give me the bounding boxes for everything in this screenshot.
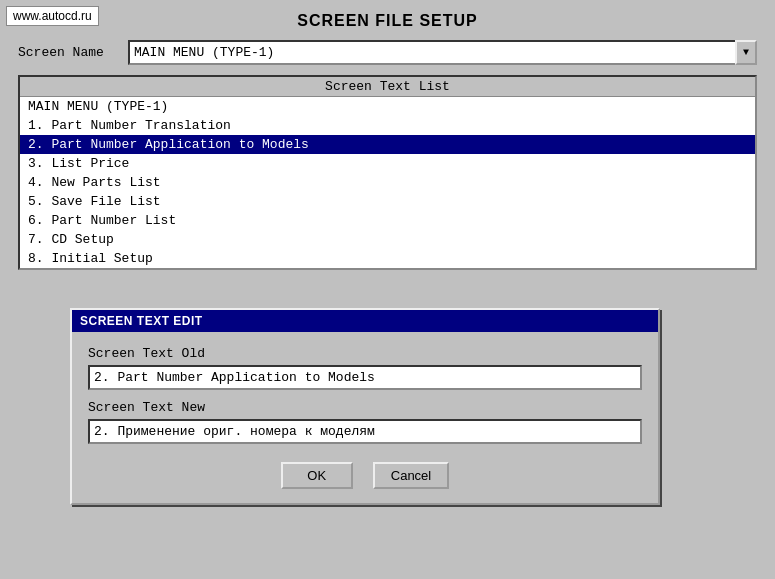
screen-name-select-wrapper: MAIN MENU (TYPE-1) ▼ [128, 40, 757, 65]
dialog-titlebar: SCREEN TEXT EDIT [72, 310, 658, 332]
list-item[interactable]: MAIN MENU (TYPE-1) [20, 97, 755, 116]
cancel-button[interactable]: Cancel [373, 462, 449, 489]
main-container: Screen Name MAIN MENU (TYPE-1) ▼ Screen … [0, 40, 775, 270]
screen-name-select[interactable]: MAIN MENU (TYPE-1) [128, 40, 757, 65]
dialog-body: Screen Text Old Screen Text New OK Cance… [72, 332, 658, 503]
list-item[interactable]: 6. Part Number List [20, 211, 755, 230]
dropdown-arrow-icon[interactable]: ▼ [735, 40, 757, 65]
list-item[interactable]: 7. CD Setup [20, 230, 755, 249]
list-item[interactable]: 1. Part Number Translation [20, 116, 755, 135]
list-item[interactable]: 5. Save File List [20, 192, 755, 211]
screen-text-edit-dialog: SCREEN TEXT EDIT Screen Text Old Screen … [70, 308, 660, 505]
screen-name-row: Screen Name MAIN MENU (TYPE-1) ▼ [18, 40, 757, 65]
old-text-label: Screen Text Old [88, 346, 642, 361]
list-header: Screen Text List [20, 77, 755, 97]
page-title: SCREEN FILE SETUP [0, 0, 775, 40]
screen-text-list-panel: Screen Text List MAIN MENU (TYPE-1)1. Pa… [18, 75, 757, 270]
ok-button[interactable]: OK [281, 462, 353, 489]
new-text-input[interactable] [88, 419, 642, 444]
dialog-buttons: OK Cancel [88, 462, 642, 489]
list-item[interactable]: 4. New Parts List [20, 173, 755, 192]
list-items-container: MAIN MENU (TYPE-1)1. Part Number Transla… [20, 97, 755, 268]
old-text-input[interactable] [88, 365, 642, 390]
watermark: www.autocd.ru [6, 6, 99, 26]
new-text-label: Screen Text New [88, 400, 642, 415]
list-item[interactable]: 2. Part Number Application to Models [20, 135, 755, 154]
list-item[interactable]: 8. Initial Setup [20, 249, 755, 268]
list-item[interactable]: 3. List Price [20, 154, 755, 173]
screen-name-label: Screen Name [18, 45, 128, 60]
